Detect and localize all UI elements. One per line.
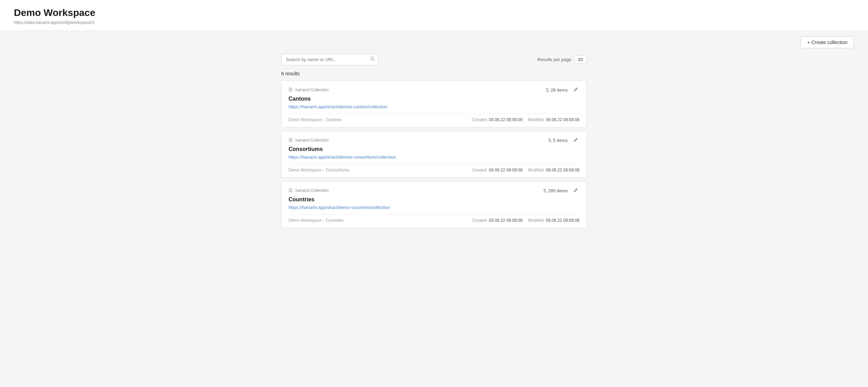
card-name: Consortiums [289, 146, 579, 152]
collection-card: hanami:Collection ⇅ 28 items Cantons htt… [281, 81, 587, 127]
items-count: ⇅ 5 items [548, 138, 568, 143]
breadcrumb-root: Demo Workspace [289, 117, 322, 122]
breadcrumb-root: Demo Workspace [289, 168, 322, 173]
card-dates: Created 08.08.22 08:08:08 Modified 08.08… [472, 168, 579, 173]
search-row: Results per page 20 [281, 54, 587, 65]
create-collection-button[interactable]: + Create collection [801, 36, 854, 48]
card-type-label: hanami:Collection [295, 138, 328, 143]
sort-icon: ⇅ [543, 188, 547, 193]
results-per-page-label: Results per page [537, 57, 571, 62]
card-actions: ⇅ 28 items [545, 86, 579, 94]
svg-line-1 [373, 60, 375, 61]
collection-type-icon [289, 138, 293, 143]
created-label: Created [472, 218, 487, 223]
search-input[interactable] [281, 54, 378, 65]
modified-date: 08.08.22 08:08:08 [546, 218, 579, 223]
cards-container: hanami:Collection ⇅ 28 items Cantons htt… [281, 81, 587, 228]
card-url[interactable]: https://hanami.app/shacl/demos-canton/co… [289, 104, 579, 109]
edit-button[interactable] [572, 86, 579, 94]
card-breadcrumb: Demo Workspace › Consortiums [289, 168, 349, 173]
card-type-label: hanami:Collection [295, 87, 328, 92]
card-footer: Demo Workspace › Consortiums Created 08.… [289, 164, 579, 173]
created-label: Created [472, 117, 487, 122]
toolbar: + Create collection [0, 31, 868, 54]
created-date: 08.08.22 08:08:08 [489, 168, 523, 173]
card-url[interactable]: https://hanami.app/shacl/demos-consortiu… [289, 154, 579, 160]
results-per-page-value: 20 [574, 55, 587, 64]
created-date-group: Created 08.08.22 08:08:08 [472, 168, 522, 173]
edit-button[interactable] [572, 137, 579, 144]
breadcrumb-item: Cantons [326, 117, 341, 122]
collection-type-icon [289, 188, 293, 193]
edit-button[interactable] [572, 187, 579, 194]
page-header: Demo Workspace https://data.hanami.app/c… [0, 0, 868, 31]
card-dates: Created 08.08.22 08:08:08 Modified 08.08… [472, 218, 579, 223]
sort-icon: ⇅ [548, 138, 552, 143]
breadcrumb-item: Countries [326, 218, 343, 223]
card-actions: ⇅ 285 items [543, 187, 579, 194]
modified-date-group: Modified 08.08.22 08:08:08 [528, 117, 579, 122]
collection-card: hanami:Collection ⇅ 5 items Consortiums … [281, 131, 587, 178]
card-header: hanami:Collection ⇅ 285 items [289, 187, 579, 194]
card-name: Countries [289, 196, 579, 203]
card-dates: Created 08.08.22 08:08:08 Modified 08.08… [472, 117, 579, 122]
items-count: ⇅ 285 items [543, 188, 568, 193]
card-name: Cantons [289, 96, 579, 102]
breadcrumb-root: Demo Workspace [289, 218, 322, 223]
collection-type-icon [289, 87, 293, 92]
search-icon [370, 57, 375, 62]
modified-date-group: Modified 08.08.22 08:08:08 [528, 168, 579, 173]
sort-icon: ⇅ [545, 87, 549, 93]
page-subtitle: https://data.hanami.app/config/workspace… [14, 20, 854, 25]
results-per-page: Results per page 20 [537, 55, 587, 64]
results-count: 6 results [281, 71, 587, 76]
card-breadcrumb: Demo Workspace › Countries [289, 218, 344, 223]
card-header: hanami:Collection ⇅ 28 items [289, 86, 579, 94]
breadcrumb-item: Consortiums [326, 168, 349, 173]
card-actions: ⇅ 5 items [548, 137, 579, 144]
card-type-label: hanami:Collection [295, 188, 328, 193]
modified-label: Modified [528, 117, 544, 122]
breadcrumb-separator: › [323, 218, 324, 223]
created-date: 08.08.22 08:08:08 [489, 218, 523, 223]
created-date: 08.08.22 08:08:08 [489, 117, 523, 122]
card-footer: Demo Workspace › Cantons Created 08.08.2… [289, 113, 579, 122]
card-breadcrumb: Demo Workspace › Cantons [289, 117, 341, 122]
modified-date-group: Modified 08.08.22 08:08:08 [528, 218, 579, 223]
modified-date: 08.08.22 08:08:08 [546, 168, 579, 173]
card-type: hanami:Collection [289, 87, 328, 92]
card-url[interactable]: https://hanami.app/shacl/demo-countries/… [289, 205, 579, 210]
modified-label: Modified [528, 218, 544, 223]
created-date-group: Created 08.08.22 08:08:08 [472, 218, 522, 223]
card-type: hanami:Collection [289, 188, 328, 193]
main-content: Results per page 20 6 results hanami:Co [267, 54, 601, 245]
card-footer: Demo Workspace › Countries Created 08.08… [289, 214, 579, 223]
created-label: Created [472, 168, 487, 173]
breadcrumb-separator: › [323, 168, 324, 173]
modified-date: 08.08.22 08:08:08 [546, 117, 579, 122]
card-header: hanami:Collection ⇅ 5 items [289, 137, 579, 144]
search-container [281, 54, 378, 65]
items-count: ⇅ 28 items [545, 87, 568, 93]
modified-label: Modified [528, 168, 544, 173]
collection-card: hanami:Collection ⇅ 285 items Countries … [281, 181, 587, 228]
card-type: hanami:Collection [289, 138, 328, 143]
page-title: Demo Workspace [14, 7, 854, 19]
created-date-group: Created 08.08.22 08:08:08 [472, 117, 522, 122]
breadcrumb-separator: › [323, 117, 324, 122]
